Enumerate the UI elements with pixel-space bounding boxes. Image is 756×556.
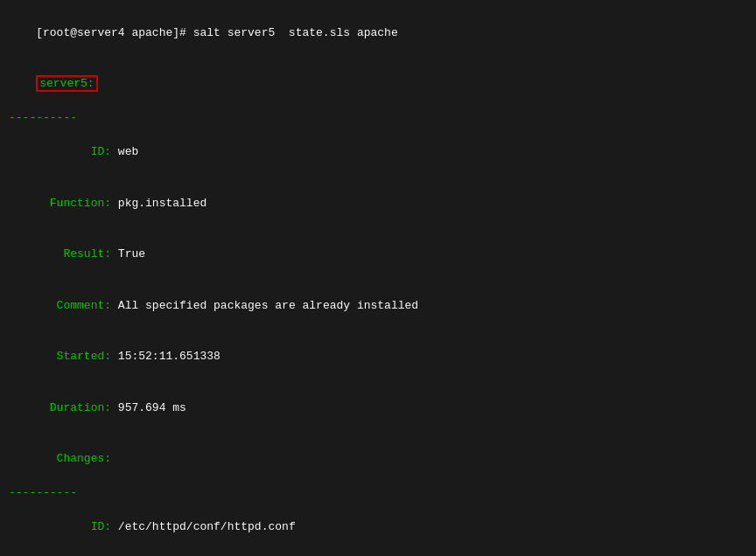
prompt-text: [root@server4 apache]# salt server5 stat… xyxy=(36,26,397,39)
block1-function: Function: pkg.installed xyxy=(9,177,747,229)
block1-started-value: 15:52:11.651338 xyxy=(111,350,220,363)
block1-result: Result: True xyxy=(9,229,747,281)
block1-id-label: ID: xyxy=(36,145,111,158)
block1-result-value: True xyxy=(111,247,145,261)
block1-duration: Duration: 957.694 ms xyxy=(9,382,747,434)
block1-result-label: Result: xyxy=(36,247,111,261)
block1-id: ID: web xyxy=(9,127,747,178)
block2-id-value: /etc/httpd/conf/httpd.conf xyxy=(111,520,296,533)
block1-comment-value: All specified packages are already insta… xyxy=(111,299,418,312)
sep2: ---------- xyxy=(9,484,747,502)
server-label-box: server5: xyxy=(36,75,97,92)
block1-id-value: web xyxy=(111,145,138,158)
block2-id: ID: /etc/httpd/conf/httpd.conf xyxy=(9,502,747,553)
block1-changes: Changes: xyxy=(9,434,747,485)
sep1: ---------- xyxy=(9,109,747,127)
block2-function: Function: file.managed xyxy=(9,553,747,556)
block1-changes-label: Changes: xyxy=(36,452,111,465)
block1-comment: Comment: All specified packages are alre… xyxy=(9,280,747,331)
prompt-line: [root@server4 apache]# salt server5 stat… xyxy=(9,7,747,59)
block1-function-label: Function: xyxy=(36,197,111,210)
block1-comment-label: Comment: xyxy=(36,299,111,312)
server-label-line: server5: xyxy=(9,59,747,110)
block1-started-label: Started: xyxy=(36,350,111,363)
block2-id-label: ID: xyxy=(36,520,111,533)
block1-started: Started: 15:52:11.651338 xyxy=(9,331,747,383)
terminal-container: [root@server4 apache]# salt server5 stat… xyxy=(9,7,747,556)
block1-duration-label: Duration: xyxy=(36,401,111,414)
block1-function-value: pkg.installed xyxy=(111,197,206,210)
block1-duration-value: 957.694 ms xyxy=(111,401,186,414)
